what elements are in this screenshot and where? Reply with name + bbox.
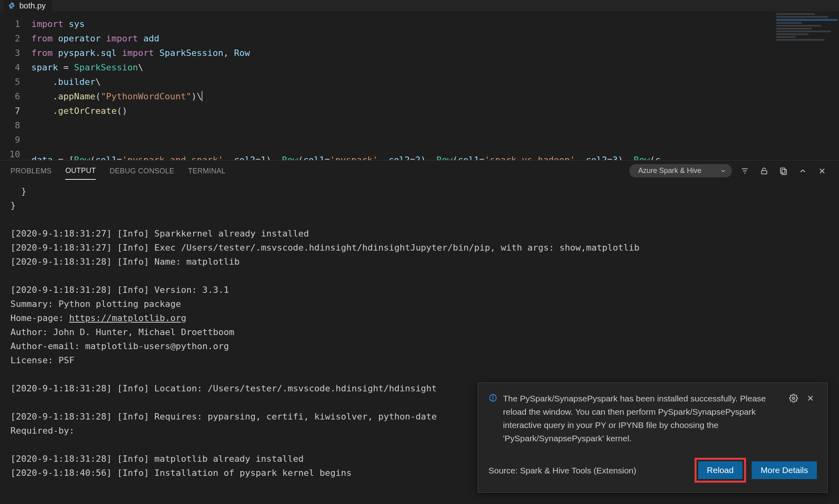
chevron-up-icon[interactable]: [796, 165, 809, 177]
output-line: Author-email: matplotlib-users@python.or…: [10, 339, 829, 353]
output-channel-dropdown[interactable]: Azure Spark & Hive: [629, 164, 732, 177]
editor-tab-active[interactable]: both.py: [3, 0, 52, 11]
output-line: [2020-9-1:18:31:27] [Info] Exec /Users/t…: [10, 241, 829, 255]
output-line: Author: John D. Hunter, Michael Droettbo…: [10, 325, 829, 339]
code-editor[interactable]: 12345678910 import sysfrom operator impo…: [0, 11, 839, 160]
notification-toast: The PySpark/SynapsePyspark has been inst…: [478, 383, 828, 493]
output-link[interactable]: https://matplotlib.org: [69, 313, 186, 323]
output-line: }: [10, 198, 829, 212]
svg-point-10: [493, 396, 493, 397]
panel-tab-problems[interactable]: PROBLEMS: [10, 162, 52, 179]
output-line: [2020-9-1:18:31:28] [Info] Name: matplot…: [10, 255, 829, 269]
gear-icon[interactable]: [787, 392, 800, 405]
output-line: [10, 367, 829, 381]
output-line: Summary: Python plotting package: [10, 297, 829, 311]
line-number: 5: [0, 75, 20, 89]
code-content[interactable]: import sysfrom operator import addfrom p…: [31, 11, 839, 160]
clear-icon[interactable]: [777, 165, 790, 177]
output-line: Home-page: https://matplotlib.org: [10, 311, 829, 325]
partial-line: data = [Row(col1='pyspark and spark', co…: [31, 153, 839, 160]
close-panel-icon[interactable]: [816, 165, 829, 177]
output-line: [10, 269, 829, 283]
notification-message: The PySpark/SynapsePyspark has been inst…: [503, 392, 781, 445]
lock-icon[interactable]: [758, 165, 771, 177]
output-line: [10, 212, 829, 226]
line-number: 1: [0, 17, 20, 31]
reload-button[interactable]: Reload: [698, 461, 743, 479]
line-gutter: 12345678910: [0, 11, 31, 160]
output-line: [2020-9-1:18:31:28] [Info] Version: 3.3.…: [10, 283, 829, 297]
svg-rect-4: [781, 168, 785, 173]
output-line: [2020-9-1:18:31:27] [Info] Sparkkernel a…: [10, 226, 829, 241]
output-line: }: [10, 184, 829, 198]
notification-source: Source: Spark & Hive Tools (Extension): [489, 464, 689, 477]
filter-icon[interactable]: [738, 165, 751, 177]
output-line: License: PSF: [10, 353, 829, 367]
line-number: 2: [0, 31, 20, 46]
svg-point-11: [792, 397, 795, 399]
minimap[interactable]: [774, 12, 838, 60]
panel-tab-output[interactable]: OUTPUT: [65, 162, 96, 180]
chevron-down-icon: [720, 168, 726, 174]
python-icon: [8, 2, 15, 9]
panel-tab-terminal[interactable]: TERMINAL: [188, 162, 225, 179]
line-number: 9: [0, 133, 20, 147]
line-number: 6: [0, 89, 20, 104]
editor-tab-bar: both.py: [0, 0, 839, 11]
more-details-button[interactable]: More Details: [752, 461, 817, 479]
line-number: 7: [0, 104, 20, 118]
svg-rect-5: [782, 169, 786, 175]
line-number: 4: [0, 60, 20, 75]
panel-tab-debug-console[interactable]: DEBUG CONSOLE: [109, 162, 174, 179]
info-icon: [489, 393, 497, 402]
panel-header: PROBLEMSOUTPUTDEBUG CONSOLETERMINAL Azur…: [0, 160, 839, 181]
close-notification-icon[interactable]: [804, 392, 817, 405]
line-number: 8: [0, 118, 20, 133]
reload-highlight: Reload: [695, 458, 746, 483]
dropdown-value: Azure Spark & Hive: [638, 167, 701, 175]
line-number: 10: [0, 147, 20, 160]
svg-rect-3: [762, 171, 767, 174]
line-number: 3: [0, 46, 20, 60]
editor-tab-label: both.py: [19, 1, 46, 10]
